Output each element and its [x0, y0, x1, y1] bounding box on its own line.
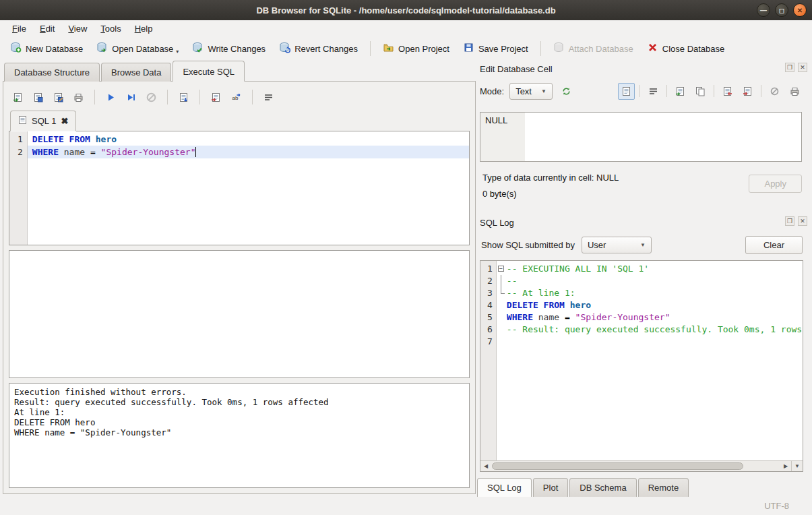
stop-icon[interactable] — [142, 88, 160, 106]
tab-database-structure[interactable]: Database Structure — [4, 63, 100, 82]
float-dock-icon[interactable]: ❐ — [785, 216, 794, 226]
write-changes-button[interactable]: Write Changes — [186, 38, 272, 59]
scroll-left-icon[interactable]: ◀ — [480, 461, 491, 471]
sql-tab[interactable]: SQL 1 ✖ — [10, 111, 76, 131]
export-icon[interactable] — [207, 88, 225, 106]
tab-remote[interactable]: Remote — [638, 478, 689, 497]
close-database-label: Close Database — [662, 44, 725, 54]
fold-marker[interactable] — [497, 287, 507, 299]
edit-cell-dock-icons: ❐ ✕ — [785, 63, 807, 72]
menu-tools[interactable]: Tools — [94, 22, 127, 36]
new-database-label: New Database — [26, 44, 83, 54]
maximize-button[interactable]: ◻ — [775, 3, 788, 17]
dropdown-caret-icon[interactable]: ▾ — [176, 49, 179, 55]
menu-view[interactable]: View — [61, 22, 94, 36]
text-view-icon[interactable] — [618, 83, 635, 100]
tab-browse-data[interactable]: Browse Data — [101, 63, 171, 82]
toolbar-separator — [167, 90, 168, 104]
save-sql-file-icon[interactable] — [29, 88, 47, 106]
menu-file[interactable]: File — [5, 22, 33, 36]
execution-messages: Execution finished without errors.Result… — [9, 383, 470, 488]
open-database-button[interactable]: Open Database▾ — [90, 38, 185, 59]
scrollbar-track[interactable] — [491, 461, 780, 471]
open-file-icon[interactable] — [672, 83, 689, 100]
close-dock-icon[interactable]: ✕ — [798, 63, 807, 72]
find-replace-icon[interactable]: ab — [227, 88, 245, 106]
editor-line[interactable]: WHERE name = "Spider-Youngster" — [28, 146, 469, 158]
execute-current-line-icon[interactable] — [122, 88, 140, 106]
toolbar-separator — [714, 85, 714, 97]
sql-editor[interactable]: 12 DELETE FROM heroWHERE name = "Spider-… — [9, 131, 470, 245]
close-button[interactable]: ✕ — [793, 3, 807, 17]
token: WHERE — [32, 147, 59, 157]
mode-combobox[interactable]: Text ▼ — [509, 83, 553, 100]
log-line: -- — [507, 275, 803, 287]
horizontal-scrollbar[interactable]: ◀ ▶ ▼ — [480, 460, 803, 471]
tab-execute-sql[interactable]: Execute SQL — [173, 61, 245, 82]
save-results-icon[interactable] — [175, 88, 193, 106]
fold-marker[interactable]: − — [497, 263, 507, 275]
menu-edit[interactable]: Edit — [33, 22, 61, 36]
cell-editor[interactable]: NULL — [480, 112, 802, 162]
scroll-down-icon[interactable]: ▼ — [791, 461, 803, 471]
clear-button[interactable]: Clear — [745, 236, 803, 254]
word-wrap-icon[interactable] — [259, 88, 278, 106]
token: -- At line 1: — [507, 288, 575, 298]
editor-line[interactable]: DELETE FROM hero — [28, 133, 469, 146]
save-sql-file-as-icon[interactable] — [49, 88, 67, 106]
mode-value: Text — [516, 86, 532, 96]
fold-marker[interactable] — [497, 275, 507, 287]
attach-database-label: Attach Database — [569, 44, 633, 54]
tab-plot[interactable]: Plot — [533, 478, 568, 497]
auto-apply-icon[interactable] — [558, 83, 575, 100]
mode-label: Mode: — [480, 86, 504, 96]
minimize-button[interactable]: — — [757, 3, 770, 17]
open-sql-file-icon[interactable] — [9, 88, 27, 106]
open-project-button[interactable]: Open Project — [377, 38, 456, 59]
export-icon[interactable] — [739, 83, 756, 100]
token: DELETE FROM — [507, 300, 565, 310]
scroll-right-icon[interactable]: ▶ — [780, 461, 791, 471]
revert-changes-button[interactable]: Revert Changes — [273, 38, 364, 59]
execute-all-icon[interactable] — [102, 88, 120, 106]
print-icon[interactable] — [786, 83, 803, 100]
fold-column[interactable]: − — [497, 261, 507, 460]
copy-icon[interactable] — [692, 83, 709, 100]
print-icon[interactable] — [69, 88, 88, 106]
open-project-label: Open Project — [398, 44, 449, 54]
message-line: DELETE FROM hero — [14, 417, 464, 427]
collapse-icon[interactable]: − — [498, 266, 504, 272]
tab-sql-log[interactable]: SQL Log — [477, 478, 532, 497]
float-dock-icon[interactable]: ❐ — [785, 63, 794, 72]
close-dock-icon[interactable]: ✕ — [798, 216, 807, 226]
new-database-button[interactable]: New Database — [4, 38, 89, 59]
encoding-indicator[interactable]: UTF-8 — [764, 501, 789, 511]
open-project-icon — [383, 42, 394, 55]
token — [533, 312, 538, 322]
write-changes-icon — [192, 42, 204, 55]
set-null-icon[interactable] — [766, 83, 783, 100]
toolbar-separator — [370, 41, 371, 56]
close-database-button[interactable]: Close Database — [641, 38, 731, 59]
message-line: At line 1: — [14, 407, 464, 417]
submitter-combobox[interactable]: User ▼ — [582, 237, 652, 253]
apply-button[interactable]: Apply — [749, 175, 802, 193]
sql-log-view: 1234567 − -- EXECUTING ALL IN 'SQL 1'---… — [480, 260, 803, 472]
token: name — [64, 147, 85, 157]
toolbar-separator — [761, 85, 761, 97]
text-cursor — [195, 147, 196, 157]
tab-db-schema[interactable]: DB Schema — [569, 478, 636, 497]
results-grid[interactable] — [9, 250, 470, 378]
word-wrap-icon[interactable] — [645, 83, 662, 100]
scrollbar-thumb[interactable] — [492, 462, 743, 470]
import-icon[interactable] — [719, 83, 736, 100]
toolbar-separator — [666, 85, 667, 97]
menu-help[interactable]: Help — [128, 22, 160, 36]
save-project-button[interactable]: Save Project — [457, 38, 534, 59]
left-pane: Database StructureBrowse DataExecute SQL… — [3, 62, 476, 494]
cell-editor-area[interactable] — [525, 113, 801, 161]
window-controls: —◻✕ — [757, 3, 807, 17]
open-database-icon — [96, 42, 108, 55]
close-tab-icon[interactable]: ✖ — [61, 118, 68, 125]
attach-database-button[interactable]: Attach Database — [547, 38, 639, 59]
